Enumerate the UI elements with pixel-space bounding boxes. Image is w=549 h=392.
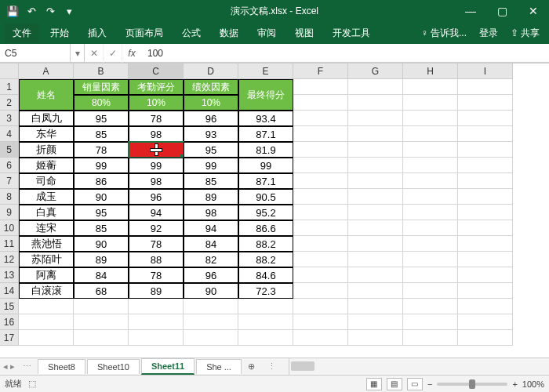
zoom-in-button[interactable]: + xyxy=(512,379,517,389)
cell[interactable]: 85 xyxy=(184,173,238,189)
maximize-button[interactable]: ▢ xyxy=(486,0,518,22)
cell[interactable]: 99 xyxy=(184,158,238,173)
view-break-icon[interactable]: ▭ xyxy=(407,378,423,390)
cell[interactable] xyxy=(184,330,238,346)
cell[interactable] xyxy=(293,220,348,236)
col-header-F[interactable]: F xyxy=(293,64,348,79)
cell[interactable]: 东华 xyxy=(19,126,74,142)
cell[interactable]: 86.6 xyxy=(238,220,293,236)
cell[interactable]: 99 xyxy=(74,158,129,173)
cell[interactable]: 白真 xyxy=(19,205,74,220)
tab-dev[interactable]: 开发工具 xyxy=(325,24,378,43)
cell[interactable] xyxy=(129,299,184,314)
cell[interactable] xyxy=(348,189,403,205)
cell[interactable] xyxy=(293,330,348,346)
cell[interactable] xyxy=(348,79,403,95)
cell[interactable] xyxy=(293,252,348,267)
cell[interactable]: 99 xyxy=(129,158,184,173)
col-header-D[interactable]: D xyxy=(184,64,238,79)
row-header-13[interactable]: 13 xyxy=(0,267,19,283)
redo-icon[interactable]: ↷ xyxy=(44,5,56,17)
view-page-icon[interactable]: ▤ xyxy=(387,378,402,390)
row-header-11[interactable]: 11 xyxy=(0,236,19,252)
cell[interactable] xyxy=(458,189,513,205)
cell[interactable] xyxy=(293,95,348,111)
cell[interactable] xyxy=(348,236,403,252)
cell[interactable]: 98 xyxy=(129,126,184,142)
cell[interactable]: 84 xyxy=(74,267,129,283)
cell[interactable]: 燕池悟 xyxy=(19,236,74,252)
cell[interactable] xyxy=(293,189,348,205)
fx-icon[interactable]: fx xyxy=(122,48,141,59)
cell[interactable]: 68 xyxy=(74,283,129,299)
cell[interactable] xyxy=(403,173,458,189)
add-sheet-button[interactable]: ⊕ xyxy=(242,361,261,372)
cell[interactable] xyxy=(403,205,458,220)
cell[interactable] xyxy=(74,314,129,330)
cell[interactable] xyxy=(458,252,513,267)
cell[interactable] xyxy=(293,299,348,314)
cell[interactable] xyxy=(403,236,458,252)
cell[interactable]: 81.9 xyxy=(238,142,293,158)
row-header-5[interactable]: 5 xyxy=(0,142,19,158)
cell[interactable] xyxy=(293,126,348,142)
cell[interactable] xyxy=(348,142,403,158)
formula-bar[interactable]: 100 xyxy=(141,48,549,59)
cell[interactable] xyxy=(348,205,403,220)
cell[interactable]: 84.6 xyxy=(238,267,293,283)
zoom-level[interactable]: 100% xyxy=(522,379,544,389)
cell[interactable] xyxy=(348,267,403,283)
row-header-8[interactable]: 8 xyxy=(0,189,19,205)
tab-data[interactable]: 数据 xyxy=(212,24,246,43)
share-button[interactable]: ⇪共享 xyxy=(506,24,544,43)
col-header-E[interactable]: E xyxy=(238,64,293,79)
cell[interactable] xyxy=(403,330,458,346)
tab-more-left[interactable]: ⋯ xyxy=(18,361,36,372)
cell[interactable] xyxy=(184,299,238,314)
row-header-7[interactable]: 7 xyxy=(0,173,19,189)
row-header-2[interactable]: 2 xyxy=(0,95,19,111)
cell[interactable]: 苏陌叶 xyxy=(19,252,74,267)
tell-me[interactable]: ♀告诉我... xyxy=(416,24,471,43)
cell[interactable] xyxy=(19,299,74,314)
cell[interactable] xyxy=(348,252,403,267)
select-all-corner[interactable] xyxy=(0,64,19,79)
cell[interactable] xyxy=(129,314,184,330)
cell[interactable] xyxy=(458,220,513,236)
cell[interactable] xyxy=(293,158,348,173)
cell[interactable] xyxy=(293,267,348,283)
cell[interactable]: 98 xyxy=(184,205,238,220)
cell[interactable]: 阿离 xyxy=(19,267,74,283)
cell[interactable]: 98 xyxy=(129,173,184,189)
minimize-button[interactable]: — xyxy=(455,0,486,22)
cell[interactable] xyxy=(403,158,458,173)
cell[interactable]: 绩效因素 xyxy=(184,79,238,95)
row-header-10[interactable]: 10 xyxy=(0,220,19,236)
cell[interactable] xyxy=(19,330,74,346)
name-box[interactable]: C5 xyxy=(0,44,71,62)
cell[interactable] xyxy=(238,299,293,314)
cell[interactable]: 92 xyxy=(129,220,184,236)
cell[interactable] xyxy=(458,173,513,189)
cell[interactable]: 85 xyxy=(74,126,129,142)
cell[interactable]: 95 xyxy=(74,111,129,126)
col-header-B[interactable]: B xyxy=(74,64,129,79)
row-header-14[interactable]: 14 xyxy=(0,283,19,299)
cell[interactable] xyxy=(19,314,74,330)
name-box-dropdown[interactable]: ▾ xyxy=(71,44,85,62)
cell[interactable]: 88.2 xyxy=(238,252,293,267)
cell[interactable] xyxy=(293,236,348,252)
horizontal-scrollbar[interactable] xyxy=(289,358,549,375)
cell[interactable]: 78 xyxy=(74,142,129,158)
row-header-4[interactable]: 4 xyxy=(0,126,19,142)
cell[interactable]: 84 xyxy=(184,236,238,252)
cell[interactable] xyxy=(348,158,403,173)
sheet-tab-8[interactable]: Sheet8 xyxy=(38,359,85,374)
cell[interactable] xyxy=(403,111,458,126)
col-header-H[interactable]: H xyxy=(403,64,458,79)
cell[interactable] xyxy=(458,236,513,252)
cells-area[interactable]: 姓名销量因素80%考勤评分10%绩效因素10%最终得分白凤九95789693.4… xyxy=(19,79,549,358)
cell[interactable] xyxy=(403,267,458,283)
cell[interactable] xyxy=(74,330,129,346)
cell[interactable]: 95.2 xyxy=(238,205,293,220)
